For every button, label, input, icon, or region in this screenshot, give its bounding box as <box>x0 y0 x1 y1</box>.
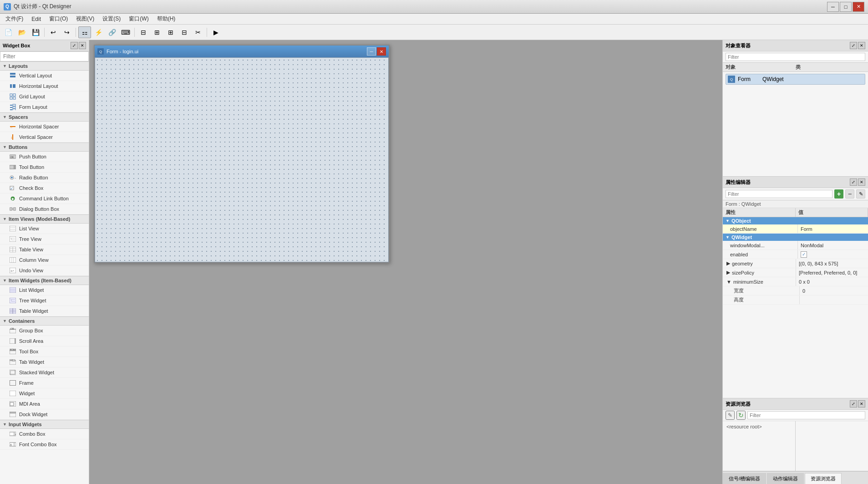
widget-item-check-box[interactable]: ✓ Check Box <box>0 183 89 194</box>
widget-item-vertical-spacer[interactable]: ↕ Vertical Spacer <box>0 132 89 143</box>
toolbar-new[interactable]: 📄 <box>2 26 15 38</box>
property-editor-close[interactable]: ✕ <box>858 178 865 186</box>
form-close[interactable]: ✕ <box>377 47 386 56</box>
resource-edit-btn[interactable]: ✎ <box>726 411 735 420</box>
widget-box-filter[interactable] <box>0 51 89 61</box>
widget-box-float[interactable]: ⤢ <box>71 42 78 49</box>
resource-root-item[interactable]: <resource root> <box>725 423 793 430</box>
prop-row-sizepolicy[interactable]: ▶ sizePolicy [Preferred, Preferred, 0, 0… <box>723 268 868 277</box>
widget-box-close[interactable]: ✕ <box>79 42 86 49</box>
property-filter-input[interactable] <box>726 190 832 198</box>
prop-row-objectname[interactable]: objectName Form <box>723 224 868 234</box>
widget-item-tool-button[interactable]: Tool Button <box>0 162 89 173</box>
toolbar-redo[interactable]: ↪ <box>61 26 73 38</box>
widget-item-table-view[interactable]: Table View <box>0 245 89 255</box>
menu-edit[interactable]: Edit <box>28 15 45 23</box>
toolbar-layout-form[interactable]: ⊟ <box>178 26 191 38</box>
prop-row-windowmodal[interactable]: windowModal... NonModal <box>723 241 868 250</box>
resource-refresh-btn[interactable]: ↻ <box>736 411 746 420</box>
category-layouts[interactable]: ▼ Layouts <box>0 61 89 71</box>
menu-settings[interactable]: 设置(S) <box>99 14 124 24</box>
resource-browser-float[interactable]: ⤢ <box>850 400 857 408</box>
resource-browser-close[interactable]: ✕ <box>858 400 865 408</box>
menu-view[interactable]: 视图(V) <box>72 14 98 24</box>
toolbar-tab-order[interactable]: ⌨ <box>119 26 132 38</box>
widget-item-table-widget[interactable]: Table Widget <box>0 306 89 316</box>
widget-item-group-box[interactable]: GB Group Box <box>0 326 89 336</box>
widget-item-tree-widget[interactable]: Tree Widget <box>0 295 89 306</box>
close-button[interactable]: ✕ <box>853 2 864 12</box>
property-edit-btn[interactable]: ✎ <box>856 189 865 199</box>
obj-item-form[interactable]: Q Form QWidget <box>726 74 865 85</box>
category-buttons[interactable]: ▼ Buttons <box>0 143 89 152</box>
resource-filter-input[interactable] <box>747 411 865 419</box>
minimize-button[interactable]: ─ <box>827 2 839 12</box>
widget-item-tool-box[interactable]: ▼ Tool Tool Box <box>0 346 89 357</box>
widget-item-widget[interactable]: Widget <box>0 388 89 399</box>
category-item-widgets[interactable]: ▼ Item Widgets (Item-Based) <box>0 276 89 285</box>
widget-item-vertical-layout[interactable]: Vertical Layout <box>0 71 89 81</box>
widget-item-horizontal-layout[interactable]: Horizontal Layout <box>0 81 89 92</box>
widget-item-undo-view[interactable]: ↩ Undo View <box>0 265 89 276</box>
category-item-views[interactable]: ▼ Item Views (Model-Based) <box>0 214 89 224</box>
toolbar-layout-v[interactable]: ⊞ <box>151 26 163 38</box>
prop-group-qobject[interactable]: ▼ QObject <box>723 217 868 224</box>
form-canvas[interactable] <box>95 57 389 262</box>
menu-window2[interactable]: 窗口(W) <box>125 14 152 24</box>
tab-action-editor[interactable]: 动作编辑器 <box>767 473 804 484</box>
property-remove-btn[interactable]: − <box>845 189 854 199</box>
toolbar-save[interactable]: 💾 <box>29 26 42 38</box>
widget-item-form-layout[interactable]: Form Layout <box>0 102 89 112</box>
widget-item-mdi-area[interactable]: MDI Area <box>0 399 89 409</box>
prop-row-minimumsize[interactable]: ▼ minimumSize 0 x 0 <box>723 277 868 286</box>
widget-item-radio-button[interactable]: — Radio Button <box>0 173 89 183</box>
widget-item-combo-box[interactable]: ▼ Combo Box <box>0 429 89 439</box>
form-minimize[interactable]: ─ <box>367 47 376 56</box>
toolbar-buddy[interactable]: 🔗 <box>106 26 118 38</box>
widget-item-command-link-button[interactable]: ▶ Command Link Button <box>0 194 89 204</box>
tab-resource-browser[interactable]: 资源浏览器 <box>805 473 842 484</box>
menu-help[interactable]: 帮助(H) <box>153 14 179 24</box>
widget-item-tree-view[interactable]: Tree View <box>0 234 89 245</box>
widget-item-grid-layout[interactable]: Grid Layout <box>0 92 89 102</box>
toolbar-open[interactable]: 📂 <box>15 26 28 38</box>
widget-item-frame[interactable]: Frame <box>0 378 89 388</box>
widget-item-scroll-area[interactable]: Scroll Area <box>0 336 89 346</box>
widget-item-dock-widget[interactable]: Dock Widget <box>0 409 89 420</box>
widget-item-font-combo-box[interactable]: A Font Combo Box <box>0 439 89 450</box>
prop-row-height[interactable]: 高度 <box>723 295 868 305</box>
toolbar-preview[interactable]: ▶ <box>209 26 222 38</box>
maximize-button[interactable]: □ <box>840 2 852 12</box>
object-inspector-float[interactable]: ⤢ <box>850 42 857 49</box>
tab-widget-label: Tab Widget <box>19 359 44 365</box>
toolbar-widget-editor[interactable]: ⚏ <box>78 26 91 38</box>
toolbar-layout-grid[interactable]: ⊞ <box>164 26 177 38</box>
enabled-checkbox[interactable]: ✓ <box>801 251 807 258</box>
widget-item-push-button[interactable]: OK Push Button <box>0 152 89 162</box>
prop-group-qwidget[interactable]: ▼ QWidget <box>723 234 868 241</box>
property-editor-float[interactable]: ⤢ <box>850 178 857 186</box>
property-add-btn[interactable]: + <box>834 189 843 199</box>
tab-signal-slot[interactable]: 信号/槽编辑器 <box>723 473 766 484</box>
toolbar-signal[interactable]: ⚡ <box>92 26 105 38</box>
object-inspector-close[interactable]: ✕ <box>858 42 865 49</box>
menu-file[interactable]: 文件(F) <box>2 14 27 24</box>
widget-item-list-widget[interactable]: List Widget <box>0 285 89 295</box>
object-inspector-filter[interactable] <box>726 53 865 61</box>
widget-item-tab-widget[interactable]: Tab Widget <box>0 357 89 367</box>
category-containers[interactable]: ▼ Containers <box>0 316 89 326</box>
widget-item-horizontal-spacer[interactable]: ↔ Horizontal Spacer <box>0 122 89 132</box>
prop-row-geometry[interactable]: ▶ geometry [(0, 0), 843 x 575] <box>723 259 868 268</box>
widget-item-list-view[interactable]: List View <box>0 224 89 234</box>
widget-item-column-view[interactable]: Column View <box>0 255 89 265</box>
widget-item-stacked-widget[interactable]: Stacked Widget <box>0 367 89 378</box>
prop-row-enabled[interactable]: enabled ✓ <box>723 250 868 259</box>
toolbar-layout-break[interactable]: ✂ <box>192 26 204 38</box>
toolbar-layout-h[interactable]: ⊟ <box>137 26 150 38</box>
category-input-widgets[interactable]: ▼ Input Widgets <box>0 420 89 429</box>
menu-window1[interactable]: 窗口(O) <box>46 14 71 24</box>
category-spacers[interactable]: ▼ Spacers <box>0 112 89 122</box>
widget-item-dialog-button-box[interactable]: Dialog Button Box <box>0 204 89 214</box>
toolbar-undo[interactable]: ↩ <box>47 26 60 38</box>
prop-row-width[interactable]: 宽度 0 <box>723 286 868 295</box>
